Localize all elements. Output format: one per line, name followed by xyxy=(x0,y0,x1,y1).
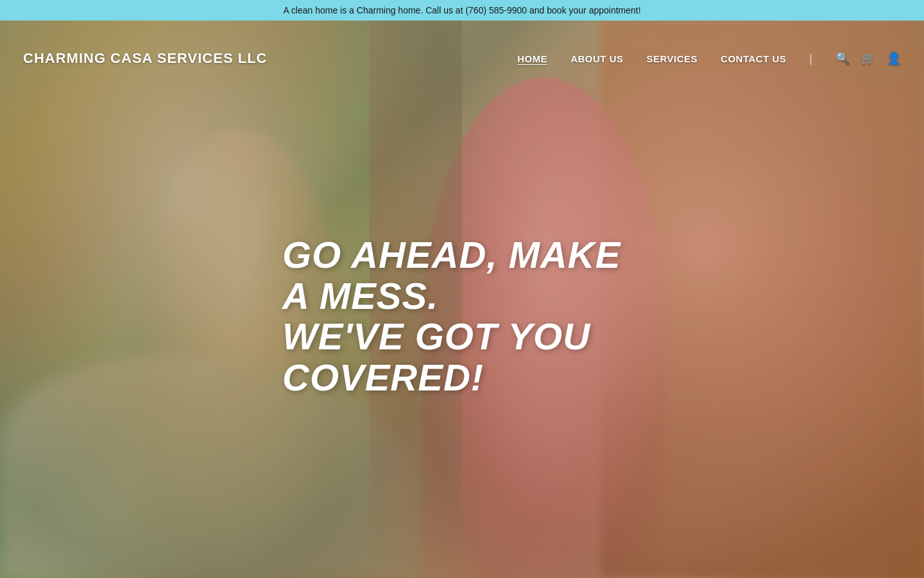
announcement-bar: A clean home is a Charming home. Call us… xyxy=(0,0,924,21)
navbar: CHARMING CASA SERVICES LLC HOME ABOUT US… xyxy=(0,41,924,76)
nav-divider: | xyxy=(809,52,812,66)
cart-icon[interactable]: 🛒 xyxy=(861,51,875,66)
hero-line-1: GO AHEAD, MAKE A MESS. xyxy=(282,234,642,317)
search-icon[interactable]: 🔍 xyxy=(835,51,850,66)
nav-icons: 🔍 🛒 👤 xyxy=(835,51,901,66)
site-logo[interactable]: CHARMING CASA SERVICES LLC xyxy=(23,50,267,67)
nav-about[interactable]: ABOUT US xyxy=(570,53,623,64)
announcement-text: A clean home is a Charming home. Call us… xyxy=(283,5,640,15)
hero-section: CHARMING CASA SERVICES LLC HOME ABOUT US… xyxy=(0,21,924,578)
nav-contact[interactable]: CONTACT US xyxy=(721,53,786,64)
nav-home[interactable]: HOME xyxy=(517,53,547,64)
hero-line-2: WE'VE GOT YOU COVERED! xyxy=(282,316,642,398)
hero-headline: GO AHEAD, MAKE A MESS. WE'VE GOT YOU COV… xyxy=(282,234,642,398)
account-icon[interactable]: 👤 xyxy=(887,51,901,66)
nav-links: HOME ABOUT US SERVICES CONTACT US | 🔍 🛒 … xyxy=(517,51,901,66)
nav-services[interactable]: SERVICES xyxy=(647,53,698,64)
hero-text-block: GO AHEAD, MAKE A MESS. WE'VE GOT YOU COV… xyxy=(282,234,642,398)
